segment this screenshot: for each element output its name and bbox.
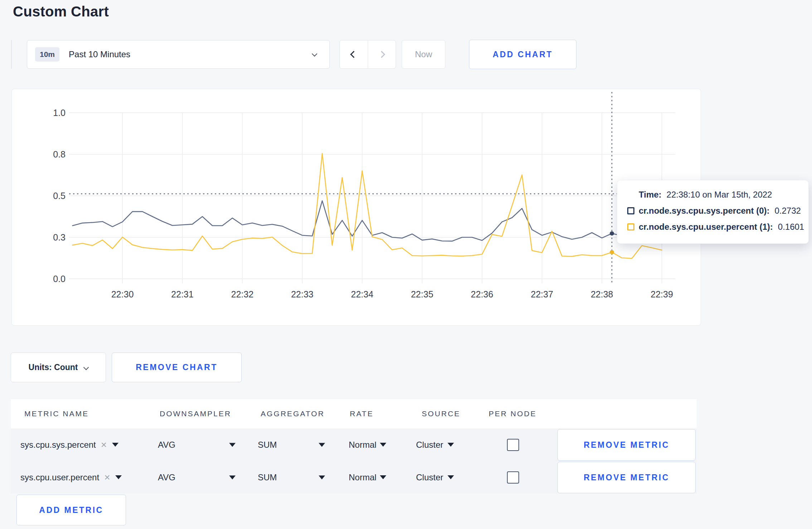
tooltip-series-row: cr.node.sys.cpu.sys.percent (0): 0.2732 <box>627 205 808 216</box>
svg-text:22:30: 22:30 <box>111 289 134 299</box>
metric-name-dropdown[interactable]: sys.cpu.user.percent × <box>20 472 122 482</box>
sys-series-swatch-icon <box>627 207 634 214</box>
col-header-downsampler: DOWNSAMPLER <box>160 409 231 418</box>
svg-text:0.5: 0.5 <box>53 191 66 201</box>
rate-select[interactable]: Normal <box>349 440 386 450</box>
svg-text:22:34: 22:34 <box>351 289 373 299</box>
per-node-checkbox[interactable] <box>507 439 519 451</box>
source-label: Cluster <box>416 472 443 482</box>
metrics-table-header: METRIC NAME DOWNSAMPLER AGGREGATOR RATE … <box>11 399 697 428</box>
svg-text:22:33: 22:33 <box>291 289 314 299</box>
caret-down-icon <box>380 475 386 479</box>
source-select[interactable]: Cluster <box>416 440 454 450</box>
units-label: Units: Count <box>29 363 78 372</box>
svg-text:22:39: 22:39 <box>651 289 673 299</box>
tooltip-series-label: cr.node.sys.cpu.user.percent (1): <box>639 222 773 232</box>
chart-card: 0.00.30.50.81.022:3022:3122:3222:3322:34… <box>11 89 701 326</box>
downsampler-select[interactable]: AVG <box>158 440 175 450</box>
rate-label: Normal <box>349 472 376 482</box>
aggregator-select[interactable]: SUM <box>258 440 277 450</box>
chevron-right-icon <box>378 51 385 58</box>
per-node-checkbox[interactable] <box>507 471 519 484</box>
svg-text:1.0: 1.0 <box>53 108 66 118</box>
svg-text:22:32: 22:32 <box>231 289 254 299</box>
downsampler-select[interactable]: AVG <box>158 472 175 482</box>
chevron-down-icon <box>83 365 89 370</box>
svg-text:22:37: 22:37 <box>531 289 554 299</box>
table-row: sys.cpu.sys.percent × AVG SUM Normal Clu… <box>11 428 697 461</box>
svg-text:0.0: 0.0 <box>53 274 66 284</box>
time-nav-group <box>339 40 396 69</box>
remove-metric-button[interactable]: REMOVE METRIC <box>557 462 696 493</box>
rate-label: Normal <box>349 440 376 450</box>
svg-text:22:36: 22:36 <box>471 289 493 299</box>
remove-tag-icon[interactable]: × <box>104 472 110 482</box>
col-header-source: SOURCE <box>422 409 460 418</box>
chevron-down-icon <box>312 51 318 57</box>
caret-down-icon[interactable] <box>319 475 325 479</box>
col-header-metric-name: METRIC NAME <box>24 409 89 418</box>
tooltip-series-row: cr.node.sys.cpu.user.percent (1): 0.1601 <box>627 222 808 232</box>
caret-down-icon[interactable] <box>229 443 236 447</box>
source-select[interactable]: Cluster <box>416 472 454 482</box>
col-header-aggregator: AGGREGATOR <box>261 409 325 418</box>
col-header-rate: RATE <box>350 409 373 418</box>
chart-tooltip: Time: 22:38:10 on Mar 15th, 2022 cr.node… <box>617 180 809 244</box>
time-forward-button[interactable] <box>368 40 396 68</box>
caret-down-icon <box>112 443 119 447</box>
tooltip-series-value: 0.2732 <box>774 206 801 216</box>
rate-select[interactable]: Normal <box>349 472 386 482</box>
time-back-button[interactable] <box>340 40 368 68</box>
caret-down-icon <box>448 443 454 447</box>
tooltip-series-value: 0.1601 <box>778 222 804 232</box>
metric-name-dropdown[interactable]: sys.cpu.sys.percent × <box>20 440 119 450</box>
remove-metric-button[interactable]: REMOVE METRIC <box>557 429 696 461</box>
col-header-per-node: PER NODE <box>489 409 537 418</box>
metrics-table-body: sys.cpu.sys.percent × AVG SUM Normal Clu… <box>11 428 697 494</box>
aggregator-select[interactable]: SUM <box>258 472 277 482</box>
caret-down-icon <box>380 443 386 447</box>
time-range-label: Past 10 Minutes <box>69 49 130 59</box>
units-dropdown[interactable]: Units: Count <box>11 353 106 382</box>
caret-down-icon[interactable] <box>319 443 325 447</box>
metric-name-label: sys.cpu.sys.percent <box>20 440 96 450</box>
tooltip-time-value: 22:38:10 on Mar 15th, 2022 <box>667 190 772 200</box>
caret-down-icon <box>448 475 454 479</box>
user-series-swatch-icon <box>627 223 634 230</box>
add-metric-button[interactable]: ADD METRIC <box>16 495 126 525</box>
svg-text:0.8: 0.8 <box>53 149 66 159</box>
toolbar-divider <box>11 40 12 69</box>
table-row: sys.cpu.user.percent × AVG SUM Normal Cl… <box>11 461 697 494</box>
time-range-select[interactable]: 10m Past 10 Minutes <box>27 40 330 69</box>
page-title: Custom Chart <box>13 4 109 20</box>
svg-text:22:38: 22:38 <box>591 289 613 299</box>
tooltip-time-row: Time: 22:38:10 on Mar 15th, 2022 <box>627 189 808 200</box>
metric-name-label: sys.cpu.user.percent <box>20 472 99 482</box>
caret-down-icon <box>115 475 122 479</box>
source-label: Cluster <box>416 440 443 450</box>
svg-text:22:31: 22:31 <box>171 289 194 299</box>
tooltip-series-label: cr.node.sys.cpu.sys.percent (0): <box>639 206 769 216</box>
tooltip-time-label: Time: <box>639 190 662 200</box>
chevron-left-icon <box>350 51 357 58</box>
add-chart-button[interactable]: ADD CHART <box>469 40 576 69</box>
svg-text:22:35: 22:35 <box>411 289 434 299</box>
metrics-table: METRIC NAME DOWNSAMPLER AGGREGATOR RATE … <box>11 399 697 494</box>
time-range-badge: 10m <box>35 47 59 62</box>
caret-down-icon[interactable] <box>229 475 236 479</box>
remove-tag-icon[interactable]: × <box>101 440 107 450</box>
svg-text:0.3: 0.3 <box>53 232 66 242</box>
remove-chart-button[interactable]: REMOVE CHART <box>112 353 242 382</box>
line-chart-plot[interactable]: 0.00.30.50.81.022:3022:3122:3222:3322:34… <box>12 89 700 325</box>
now-button[interactable]: Now <box>402 40 445 69</box>
